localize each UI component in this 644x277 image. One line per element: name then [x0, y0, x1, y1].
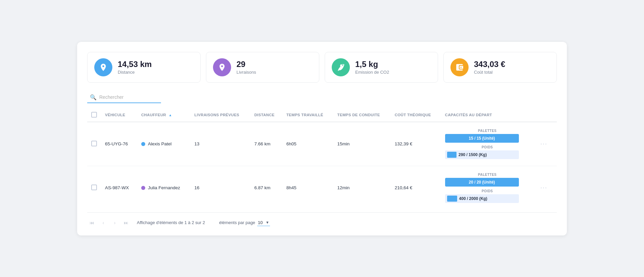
palettes-bar-1: 20 / 20 (Unité)	[445, 178, 519, 187]
cell-deliveries-0: 13	[190, 122, 250, 166]
th-checkbox	[87, 109, 101, 122]
per-page-select[interactable]: 5 10 20 50	[258, 220, 264, 225]
table-header-row: VÉHICULE CHAUFFEUR ▲ LIVRAISONS PRÉVUES …	[87, 109, 557, 122]
th-driver[interactable]: CHAUFFEUR ▲	[137, 109, 191, 122]
cell-cost-0: 132,39 €	[391, 122, 441, 166]
th-deliveries: LIVRAISONS PRÉVUES	[190, 109, 250, 122]
cell-capacity-0: PALETTES 15 / 15 (Unité) POIDS 290 / 150…	[441, 122, 534, 166]
stat-card-distance: 14,53 km Distance	[87, 52, 201, 83]
search-input[interactable]	[99, 94, 158, 100]
cell-work-time-0: 6h05	[282, 122, 333, 166]
poids-fill-1	[447, 196, 457, 202]
stat-value-cost: 343,03 €	[474, 60, 505, 69]
cell-vehicle-1: AS-987-WX	[101, 166, 137, 210]
pag-prev-button[interactable]: ‹	[99, 218, 108, 227]
cell-cost-1: 210,64 €	[391, 166, 441, 210]
th-capacity: CAPACITÉS AU DÉPART	[441, 109, 534, 122]
more-button-0[interactable]: ···	[538, 139, 550, 148]
stat-card-cost: 343,03 € Coût total	[443, 52, 557, 83]
driver-name-1: Julia Fernandez	[148, 185, 180, 190]
palettes-label-0: PALETTES	[445, 129, 530, 133]
cell-more-1: ···	[534, 166, 557, 210]
stat-label-distance: Distance	[118, 70, 152, 75]
stat-card-livraisons: 29 Livraisons	[206, 52, 319, 83]
wallet-icon	[450, 58, 469, 76]
location-icon	[213, 58, 231, 76]
th-drive-time: TEMPS DE CONDUITE	[333, 109, 391, 122]
row-checkbox-0[interactable]	[91, 141, 97, 146]
cell-vehicle-0: 65-UYG-76	[101, 122, 137, 166]
stats-row: 14,53 km Distance 29 Livraisons 1,5 kg E…	[87, 52, 557, 83]
th-vehicle: VÉHICULE	[101, 109, 137, 122]
cell-distance-1: 6.87 km	[250, 166, 282, 210]
cell-distance-0: 7.66 km	[250, 122, 282, 166]
th-cost: COÛT THÉORIQUE	[391, 109, 441, 122]
pag-next-button[interactable]: ›	[110, 218, 119, 227]
main-container: 14,53 km Distance 29 Livraisons 1,5 kg E…	[77, 42, 567, 235]
search-icon: 🔍	[90, 94, 97, 100]
row-checkbox-1[interactable]	[91, 185, 97, 190]
pag-last-button[interactable]: ⏭	[121, 218, 131, 227]
stat-value-co2: 1,5 kg	[355, 60, 389, 69]
data-table: VÉHICULE CHAUFFEUR ▲ LIVRAISONS PRÉVUES …	[87, 109, 557, 210]
poids-value-1: 400 / 2000 (Kg)	[459, 196, 487, 201]
palettes-bar-0: 15 / 15 (Unité)	[445, 134, 519, 143]
pag-first-button[interactable]: ⏮	[87, 218, 97, 227]
road-icon	[94, 58, 112, 76]
pagination-info: Affichage d'éléments de 1 à 2 sur 2	[137, 220, 205, 225]
cell-deliveries-1: 16	[190, 166, 250, 210]
search-wrapper: 🔍	[87, 92, 161, 103]
poids-bar-1: 400 / 2000 (Kg)	[445, 194, 519, 203]
cell-checkbox-1	[87, 166, 101, 210]
search-row: 🔍	[87, 92, 557, 103]
stat-card-co2: 1,5 kg Emission de CO2	[325, 52, 438, 83]
cell-driver-1: Julia Fernandez	[137, 166, 191, 210]
cell-drive-time-0: 15min	[333, 122, 391, 166]
driver-name-0: Alexis Patel	[148, 141, 172, 146]
palettes-label-1: PALETTES	[445, 173, 530, 177]
poids-label-0: POIDS	[445, 145, 530, 149]
th-distance: DISTANCE	[250, 109, 282, 122]
header-checkbox[interactable]	[91, 112, 97, 118]
stat-label-livraisons: Livraisons	[236, 70, 256, 75]
cell-capacity-1: PALETTES 20 / 20 (Unité) POIDS 400 / 200…	[441, 166, 534, 210]
palettes-value-0: 15 / 15 (Unité)	[469, 136, 495, 141]
stat-value-livraisons: 29	[236, 60, 256, 69]
cell-driver-0: Alexis Patel	[137, 122, 191, 166]
stat-label-co2: Emission de CO2	[355, 70, 389, 75]
poids-value-0: 290 / 1500 (Kg)	[459, 152, 487, 157]
more-button-1[interactable]: ···	[538, 183, 550, 192]
table-row: AS-987-WX Julia Fernandez 16 6.87 km 8h4…	[87, 166, 557, 210]
pagination-row: ⏮ ‹ › ⏭ Affichage d'éléments de 1 à 2 su…	[87, 212, 557, 229]
sort-asc-icon: ▲	[169, 113, 172, 117]
poids-label-1: POIDS	[445, 189, 530, 193]
poids-fill-0	[447, 152, 457, 158]
palettes-value-1: 20 / 20 (Unité)	[469, 180, 495, 185]
cell-checkbox-0	[87, 122, 101, 166]
cell-more-0: ···	[534, 122, 557, 166]
driver-dot-1	[141, 186, 145, 190]
table-row: 65-UYG-76 Alexis Patel 13 7.66 km 6h05 1…	[87, 122, 557, 166]
th-actions	[534, 109, 557, 122]
leaf-icon	[332, 58, 350, 76]
cell-drive-time-1: 12min	[333, 166, 391, 210]
stat-value-distance: 14,53 km	[118, 60, 152, 69]
driver-dot-0	[141, 142, 145, 146]
th-work-time: TEMPS TRAVAILLÉ	[282, 109, 333, 122]
stat-label-cost: Coût total	[474, 70, 505, 75]
poids-bar-0: 290 / 1500 (Kg)	[445, 150, 519, 159]
per-page-selector: éléments par page 5 10 20 50 ▼	[219, 219, 270, 226]
chevron-down-icon: ▼	[266, 220, 269, 224]
per-page-label: éléments par page	[219, 220, 255, 225]
cell-work-time-1: 8h45	[282, 166, 333, 210]
